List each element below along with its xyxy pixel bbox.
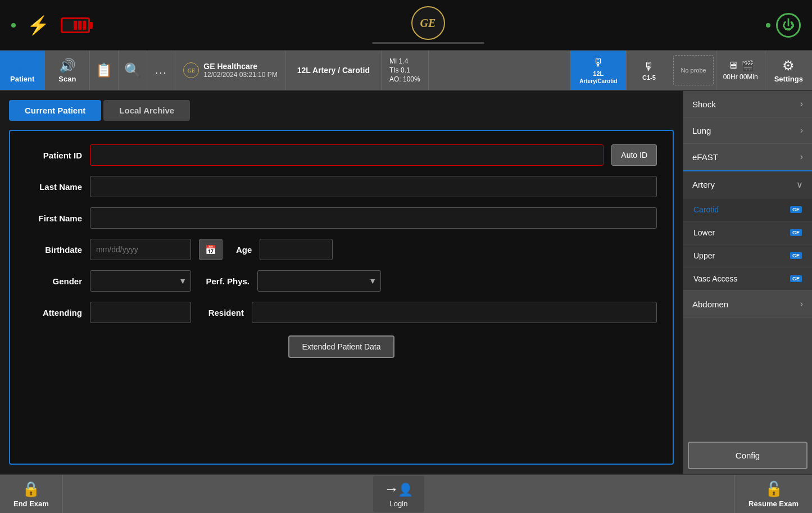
birthdate-label: Birthdate bbox=[26, 245, 82, 255]
top-bar-right: ⏻ bbox=[766, 13, 801, 38]
carotid-ge-badge: GE bbox=[790, 206, 802, 213]
birthdate-input[interactable] bbox=[90, 239, 191, 260]
scan-label: Scan bbox=[58, 75, 76, 83]
ge-small-logo: GE bbox=[183, 62, 199, 78]
record-icon: 🎬 bbox=[741, 60, 754, 72]
patient-button[interactable]: 👤 Patient bbox=[0, 51, 45, 90]
extended-btn-row: Extended Patient Data bbox=[26, 333, 657, 358]
extended-patient-data-button[interactable]: Extended Patient Data bbox=[288, 335, 394, 358]
plug-icon: ⚡ bbox=[27, 15, 49, 36]
toolbar: 👤 Patient 🔊 Scan 📋 🔍 ... GE GE Healthcar… bbox=[0, 51, 812, 91]
submenu-upper[interactable]: Upper GE bbox=[683, 244, 812, 267]
gender-select-wrapper: Male Female Other ▼ bbox=[90, 270, 191, 292]
tis-value: TIs 0.1 bbox=[389, 66, 420, 74]
menu-item-lung[interactable]: Lung › bbox=[683, 117, 812, 144]
screen-icon: 🖥 bbox=[728, 60, 738, 72]
menu-item-artery[interactable]: Artery ∨ bbox=[683, 170, 812, 198]
attending-input[interactable] bbox=[90, 302, 191, 323]
battery-indicator bbox=[61, 17, 90, 33]
shock-label: Shock bbox=[692, 99, 716, 109]
dot-left bbox=[11, 23, 16, 28]
probe-12l-button[interactable]: 🎙 12L Artery/Carotid bbox=[570, 51, 626, 90]
vasc-access-label: Vasc Access bbox=[693, 274, 737, 283]
probe-buttons: 🎙 12L Artery/Carotid 🎙 C1-5 No probe 🖥 🎬… bbox=[570, 51, 812, 90]
resume-exam-button[interactable]: 🔓 Resume Exam bbox=[734, 475, 812, 513]
first-name-row: First Name bbox=[26, 207, 657, 229]
probe-c1-button[interactable]: 🎙 C1-5 bbox=[626, 51, 671, 90]
login-arrow-icon: → bbox=[384, 480, 399, 497]
settings-label: Settings bbox=[774, 75, 803, 83]
main-content: Current Patient Local Archive Patient ID… bbox=[0, 91, 812, 474]
submenu-lower[interactable]: Lower GE bbox=[683, 221, 812, 244]
bottom-center: → 👤 Login bbox=[63, 475, 734, 513]
login-user-icon: 👤 bbox=[398, 483, 413, 497]
clipboard-button[interactable]: 📋 bbox=[90, 51, 119, 90]
last-name-input[interactable] bbox=[90, 176, 657, 197]
more-options-button[interactable]: ... bbox=[147, 51, 175, 90]
menu-item-abdomen[interactable]: Abdomen › bbox=[683, 291, 812, 317]
timer-icons: 🖥 🎬 bbox=[728, 60, 754, 72]
probe-noprobe-button[interactable]: No probe bbox=[673, 55, 713, 85]
abdomen-chevron-icon: › bbox=[800, 299, 803, 309]
artery-submenu: Carotid GE Lower GE Upper GE Vasc Access… bbox=[683, 198, 812, 291]
first-name-label: First Name bbox=[26, 214, 82, 223]
tab-bar: Current Patient Local Archive bbox=[9, 100, 674, 121]
patient-label: Patient bbox=[10, 75, 34, 83]
patient-icon: 👤 bbox=[14, 58, 31, 74]
right-panel: Shock › Lung › eFAST › Artery ∨ Carotid … bbox=[683, 91, 812, 474]
submenu-carotid[interactable]: Carotid GE bbox=[683, 198, 812, 221]
calendar-button[interactable]: 📅 bbox=[199, 239, 223, 260]
upper-ge-badge: GE bbox=[790, 252, 802, 259]
last-name-row: Last Name bbox=[26, 176, 657, 197]
scan-button[interactable]: 🔊 Scan bbox=[45, 51, 90, 90]
timer-display: 🖥 🎬 00Hr 00Min bbox=[716, 51, 765, 90]
attending-label: Attending bbox=[26, 308, 82, 317]
menu-item-efast[interactable]: eFAST › bbox=[683, 144, 812, 170]
patient-id-label: Patient ID bbox=[26, 151, 82, 160]
config-button[interactable]: Config bbox=[688, 442, 808, 469]
end-exam-button[interactable]: 🔒 End Exam bbox=[0, 475, 63, 513]
local-archive-tab[interactable]: Local Archive bbox=[103, 100, 190, 121]
last-name-label: Last Name bbox=[26, 182, 82, 192]
gender-select[interactable]: Male Female Other bbox=[90, 270, 191, 292]
gender-perf-row: Gender Male Female Other ▼ Perf. Phys. ▼ bbox=[26, 270, 657, 292]
scan-icon: 🔊 bbox=[59, 58, 76, 74]
resume-exam-label: Resume Exam bbox=[749, 500, 799, 508]
submenu-vasc-access[interactable]: Vasc Access GE bbox=[683, 267, 812, 290]
facility-datetime: 12/02/2024 03:21:10 PM bbox=[203, 71, 277, 79]
gender-label: Gender bbox=[26, 276, 82, 286]
patient-id-input[interactable] bbox=[90, 144, 604, 166]
carotid-label: Carotid bbox=[693, 205, 719, 214]
artery-label: Artery bbox=[692, 180, 715, 189]
lung-label: Lung bbox=[692, 126, 711, 135]
top-bar: ⚡ GE ⏻ bbox=[0, 0, 812, 51]
settings-icon: ⚙ bbox=[782, 58, 795, 74]
login-button[interactable]: → 👤 Login bbox=[373, 476, 424, 512]
birthdate-age-row: Birthdate 📅 Age bbox=[26, 239, 657, 260]
menu-item-shock[interactable]: Shock › bbox=[683, 91, 812, 117]
clipboard-icon: 📋 bbox=[96, 62, 112, 78]
settings-button[interactable]: ⚙ Settings bbox=[765, 51, 812, 90]
age-label: Age bbox=[236, 245, 252, 255]
ge-logo-text: GE bbox=[420, 17, 436, 30]
search-icon: 🔍 bbox=[124, 62, 141, 78]
resident-input[interactable] bbox=[252, 302, 657, 323]
resident-label: Resident bbox=[199, 308, 244, 317]
power-button[interactable]: ⏻ bbox=[776, 13, 801, 38]
probe-label: 12L Artery / Carotid bbox=[297, 66, 370, 75]
probe-12l-icon: 🎙 bbox=[593, 56, 604, 69]
end-exam-icon: 🔒 bbox=[22, 480, 40, 498]
auto-id-button[interactable]: Auto ID bbox=[611, 144, 657, 166]
first-name-input[interactable] bbox=[90, 207, 657, 229]
facility-name: GE Healthcare bbox=[203, 62, 277, 71]
mi-value: MI 1.4 bbox=[389, 57, 420, 65]
efast-chevron-icon: › bbox=[800, 152, 803, 162]
ge-logo: GE bbox=[411, 6, 445, 40]
current-patient-tab[interactable]: Current Patient bbox=[9, 100, 101, 121]
search-button[interactable]: 🔍 bbox=[119, 51, 147, 90]
resume-exam-icon: 🔓 bbox=[765, 480, 783, 498]
age-input[interactable] bbox=[260, 239, 333, 260]
bottom-bar: 🔒 End Exam → 👤 Login 🔓 Resume Exam bbox=[0, 474, 812, 513]
perf-phys-select[interactable] bbox=[257, 270, 381, 292]
mi-info: MI 1.4 TIs 0.1 AO: 100% bbox=[382, 51, 429, 90]
